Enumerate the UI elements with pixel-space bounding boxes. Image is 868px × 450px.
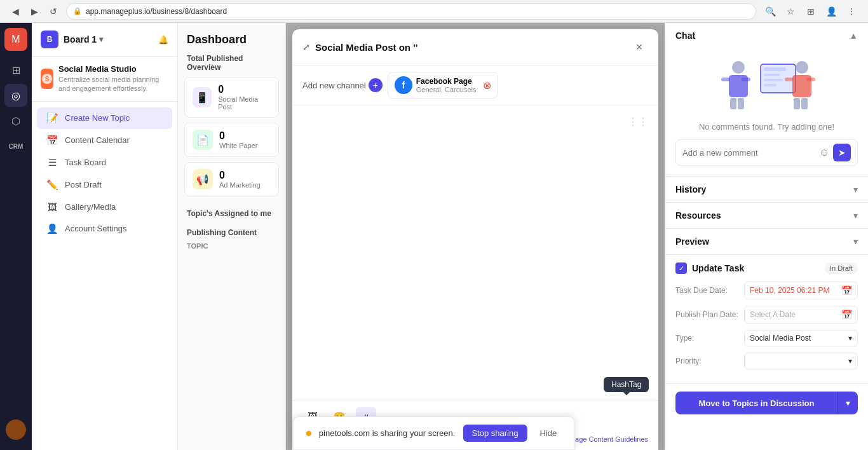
resources-section-header[interactable]: Resources ▾ <box>665 203 868 228</box>
comment-emoji-icon[interactable]: ☺ <box>819 147 829 158</box>
user-avatar[interactable] <box>6 419 26 440</box>
svg-rect-10 <box>764 74 780 76</box>
board-icon: B <box>41 31 58 48</box>
modal-close-button[interactable]: × <box>630 38 648 56</box>
publish-plan-value[interactable]: Select A Date 📅 <box>744 306 858 324</box>
assigned-label: Topic's Assigned to me <box>184 209 279 223</box>
post-content-area[interactable]: ⋮⋮ <box>292 106 658 400</box>
app-container: M ⊞ ◎ ⬡ CRM B Board 1 ▾ 🔔 S Social Media… <box>0 23 868 450</box>
preview-section-header[interactable]: Preview ▾ <box>665 229 868 254</box>
calendar-icon-publish: 📅 <box>841 310 852 320</box>
hide-share-bar-button[interactable]: Hide <box>534 425 562 442</box>
type-select[interactable]: Social Media Post ▾ <box>744 330 858 346</box>
board-chevron-icon: ▾ <box>99 35 103 44</box>
channel-name: Facebook Page <box>416 77 477 86</box>
forward-button[interactable]: ▶ <box>27 4 42 19</box>
social-media-post-card[interactable]: 📱 0 Social Media Post <box>184 77 279 118</box>
task-status-badge: In Draft <box>825 262 858 274</box>
menu-button[interactable]: ⋮ <box>843 3 860 20</box>
brand-name: Social Media Studio <box>58 64 168 74</box>
type-chevron-icon: ▾ <box>848 334 852 343</box>
update-task-row: ✓ Update Task In Draft <box>675 262 858 274</box>
sidebar-item-gallery-media[interactable]: 🖼 Gallery/Media <box>37 196 172 217</box>
calendar-icon-due: 📅 <box>841 285 852 296</box>
comment-send-button[interactable]: ➤ <box>833 144 851 161</box>
brand-row: S Social Media Studio Centralize social … <box>41 64 168 93</box>
task-section: ✓ Update Task In Draft Task Due Date: Fe… <box>665 255 868 384</box>
priority-chevron-icon: ▾ <box>848 357 852 365</box>
analytics-nav-icon[interactable]: ◎ <box>4 84 27 107</box>
sidebar-item-account-settings[interactable]: 👤 Account Settings <box>37 218 172 240</box>
move-btn-dropdown-arrow[interactable]: ▾ <box>837 392 858 414</box>
svg-rect-5 <box>742 78 750 81</box>
calendar-icon: 📅 <box>46 135 58 146</box>
sidebar-item-create-new-topic[interactable]: 📝 Create New Topic <box>37 107 172 129</box>
move-to-topics-button[interactable]: Move to Topics in Discussion <box>675 392 837 414</box>
board-title[interactable]: Board 1 ▾ <box>64 34 103 44</box>
app-logo[interactable]: M <box>4 28 27 51</box>
history-title: History <box>675 184 706 194</box>
grid-nav-icon[interactable]: ⊞ <box>4 58 27 81</box>
expand-icon[interactable]: ⤢ <box>302 42 310 52</box>
channel-bar: Add new channel + f Facebook Page Genera… <box>292 65 658 106</box>
url-text: app.manageplus.io/business/8/dashboard <box>86 7 227 16</box>
facebook-channel-chip: f Facebook Page General, Carousels ⊗ <box>388 72 498 99</box>
address-bar[interactable]: 🔒 app.manageplus.io/business/8/dashboard <box>66 3 756 20</box>
right-panel: Chat ▲ <box>665 23 868 450</box>
svg-rect-18 <box>801 98 808 109</box>
drag-handle-icon[interactable]: ⋮⋮ <box>628 116 648 128</box>
chat-section-header[interactable]: Chat ▲ <box>665 23 868 48</box>
crm-nav-icon[interactable]: CRM <box>4 135 27 158</box>
svg-text:S: S <box>45 76 50 83</box>
task-board-icon: ☰ <box>46 157 58 168</box>
add-channel-button[interactable]: Add new channel + <box>302 78 383 92</box>
topic-column-header: TOPIC <box>187 242 276 250</box>
comment-input[interactable] <box>682 148 815 158</box>
resources-chevron-icon: ▾ <box>853 210 858 221</box>
priority-label: Priority: <box>675 357 739 365</box>
history-section: History ▾ <box>665 177 868 203</box>
browser-actions: 🔍 ☆ ⊞ 👤 ⋮ <box>761 3 860 20</box>
extensions-button[interactable]: ⊞ <box>802 3 820 20</box>
add-channel-label: Add new channel <box>302 81 366 90</box>
svg-point-13 <box>796 61 808 74</box>
reload-button[interactable]: ↺ <box>46 4 61 19</box>
channel-remove-icon[interactable]: ⊗ <box>483 79 491 92</box>
priority-select[interactable]: ▾ <box>744 353 858 369</box>
lock-icon: 🔒 <box>73 7 82 15</box>
preview-section: Preview ▾ <box>665 229 868 255</box>
stop-sharing-button[interactable]: Stop sharing <box>463 425 527 442</box>
add-channel-plus-icon: + <box>369 78 383 92</box>
sidebar-item-content-calendar[interactable]: 📅 Content Calendar <box>37 130 172 151</box>
ad-marketing-card[interactable]: 📢 0 Ad Marketing <box>184 162 279 196</box>
profile-button[interactable]: 👤 <box>822 3 840 20</box>
assigned-section: Topic's Assigned to me <box>178 201 285 228</box>
white-paper-card[interactable]: 📄 0 White Paper <box>184 123 279 157</box>
sidebar-item-post-draft[interactable]: ✏️ Post Draft <box>37 174 172 196</box>
move-btn-row: Move to Topics in Discussion ▾ <box>665 384 868 422</box>
channel-sub: General, Carousels <box>416 86 477 93</box>
dashboard-panel: Dashboard Total Published Overview 📱 0 S… <box>178 23 286 450</box>
sidebar-item-task-board[interactable]: ☰ Task Board <box>37 152 172 174</box>
share-indicator-dot <box>306 431 311 436</box>
facebook-icon: f <box>395 76 412 94</box>
history-section-header[interactable]: History ▾ <box>665 177 868 202</box>
search-browser-button[interactable]: 🔍 <box>761 3 779 20</box>
publish-plan-field: Publish Plan Date: Select A Date 📅 <box>675 306 858 324</box>
task-checkbox[interactable]: ✓ <box>675 262 687 274</box>
sidebar-nav: 📝 Create New Topic 📅 Content Calendar ☰ … <box>32 102 177 450</box>
brand-desc: Centralize social media planning and eng… <box>58 75 168 93</box>
modules-nav-icon[interactable]: ⬡ <box>4 109 27 132</box>
brand-logo-icon: S <box>41 69 53 89</box>
svg-rect-16 <box>806 78 815 81</box>
bookmark-button[interactable]: ☆ <box>782 3 799 20</box>
sidebar: B Board 1 ▾ 🔔 S Social Media Studio Cent… <box>32 23 178 450</box>
svg-rect-12 <box>764 84 776 86</box>
main-content: ⤢ Social Media Post on '' × Add new chan… <box>286 23 665 450</box>
back-button[interactable]: ◀ <box>8 4 23 19</box>
icon-bar: M ⊞ ◎ ⬡ CRM <box>0 23 32 450</box>
post-draft-icon: ✏️ <box>46 179 58 191</box>
svg-point-2 <box>732 61 745 74</box>
notification-bell-icon[interactable]: 🔔 <box>158 35 168 44</box>
due-date-value[interactable]: Feb 10, 2025 06:21 PM 📅 <box>744 282 858 299</box>
